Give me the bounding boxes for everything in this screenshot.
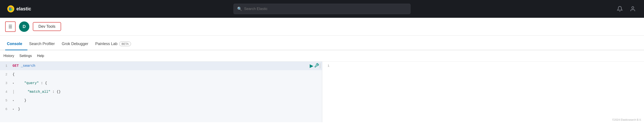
toolbar-settings[interactable]: Settings: [20, 54, 32, 58]
avatar-label: D: [23, 24, 26, 29]
top-nav: elastic 🔍: [0, 0, 644, 18]
editor-line-3: 3 ▾ "query" : {: [0, 79, 322, 88]
line-number-5: 5: [0, 99, 11, 102]
elastic-logo[interactable]: elastic: [7, 5, 31, 13]
user-icon: [630, 6, 636, 12]
tab-console[interactable]: Console: [5, 42, 28, 50]
line-number-6: 6: [0, 107, 11, 111]
output-line-number-1: 1: [322, 64, 333, 68]
elastic-logo-icon: [7, 5, 15, 13]
line-gutter: │: [12, 90, 15, 94]
editor-line-2: 2 {: [0, 70, 322, 79]
key-query: "query": [24, 81, 39, 85]
tabs-bar: Console Search Profiler Grok Debugger Pa…: [0, 36, 644, 50]
line-number-1: 1: [0, 64, 11, 68]
editor-pane[interactable]: 1 GET _search ▶ 2 {: [0, 61, 322, 122]
fold-arrow-3[interactable]: ▾: [12, 82, 16, 85]
line-content-6: ▾ }: [11, 107, 322, 111]
search-icon: 🔍: [237, 7, 242, 11]
line-number-3: 3: [0, 82, 11, 85]
nav-right: [616, 5, 637, 13]
hamburger-icon: ☰: [8, 24, 12, 29]
icon-divider: [320, 63, 320, 69]
tab-painless-lab-label: Painless Lab: [95, 42, 118, 46]
editor-line-1: 1 GET _search ▶: [0, 61, 322, 70]
editor-line-5: 5 ▾ }: [0, 96, 322, 105]
devtools-label: Dev Tools: [38, 24, 56, 29]
output-line-1: 1: [322, 61, 644, 70]
user-menu-button[interactable]: [628, 5, 637, 13]
tab-grok-debugger[interactable]: Grok Debugger: [60, 42, 94, 50]
menu-button[interactable]: ☰: [5, 21, 16, 32]
search-bar[interactable]: 🔍: [234, 4, 410, 14]
tab-painless-lab[interactable]: Painless Lab BETA: [94, 42, 136, 50]
toolbar: History Settings Help: [0, 50, 644, 61]
line-content-5: ▾ }: [11, 99, 322, 102]
editor-line-4: 4 │ "match_all" : {}: [0, 88, 322, 96]
path-search: _search: [21, 64, 35, 68]
alert-button[interactable]: [616, 5, 624, 13]
avatar-button[interactable]: D: [19, 21, 29, 32]
output-pane: 1 ©2024 Elasticsearch B.V.: [322, 61, 644, 122]
toolbar-help[interactable]: Help: [37, 54, 44, 58]
tab-grok-debugger-label: Grok Debugger: [62, 42, 88, 46]
search-bar-container: 🔍: [234, 4, 410, 14]
fold-arrow-5[interactable]: ▾: [12, 99, 16, 102]
output-footer: ©2024 Elasticsearch B.V.: [612, 118, 642, 121]
bell-icon: [617, 6, 623, 12]
app-bar: ☰ D Dev Tools: [0, 18, 644, 36]
svg-point-4: [11, 7, 13, 11]
tab-search-profiler[interactable]: Search Profiler: [28, 42, 60, 50]
wrench-button[interactable]: [314, 63, 319, 69]
beta-badge: BETA: [119, 42, 131, 46]
toolbar-history[interactable]: History: [4, 54, 14, 58]
open-brace: {: [12, 73, 15, 77]
fold-arrow-6[interactable]: ▾: [12, 108, 16, 111]
key-match-all: "match_all": [28, 90, 50, 94]
tab-console-label: Console: [7, 42, 22, 46]
editor-area: 1 GET _search ▶ 2 {: [0, 61, 644, 122]
output-footer-text: ©2024 Elasticsearch B.V.: [612, 118, 642, 121]
line-content-4: │ "match_all" : {}: [11, 90, 322, 94]
editor-line-6: 6 ▾ }: [0, 105, 322, 113]
line-content-1: GET _search: [11, 64, 322, 68]
indent-space: [18, 81, 22, 85]
search-input[interactable]: [244, 7, 407, 11]
wrench-icon: [314, 63, 319, 68]
line-content-3: ▾ "query" : {: [11, 81, 322, 85]
line-number-4: 4: [0, 90, 11, 94]
line-content-2: {: [11, 73, 322, 77]
logo-text: elastic: [16, 6, 31, 12]
run-button[interactable]: ▶: [310, 63, 313, 69]
svg-point-5: [632, 7, 634, 9]
editor-action-icons: ▶: [310, 61, 322, 70]
keyword-get: GET: [12, 64, 19, 68]
svg-point-3: [9, 7, 11, 11]
line-number-2: 2: [0, 73, 11, 77]
tab-search-profiler-label: Search Profiler: [29, 42, 55, 46]
devtools-button[interactable]: Dev Tools: [33, 22, 61, 31]
